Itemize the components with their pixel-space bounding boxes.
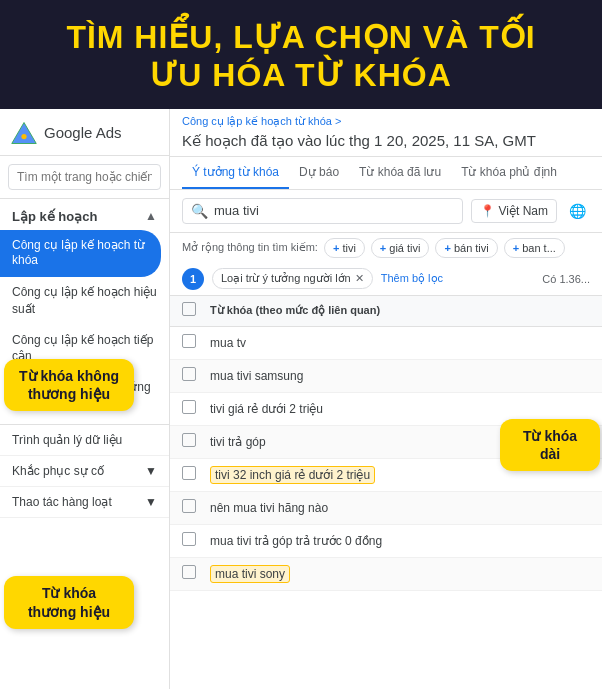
main-content: Google Ads Lập kế hoạch ▲ Công cụ lập kế…	[0, 109, 602, 689]
keyword-cell-2: tivi giá rẻ dưới 2 triệu	[210, 402, 590, 416]
row-checkbox-0[interactable]	[182, 334, 210, 352]
logo-text: Google Ads	[44, 124, 122, 141]
sidebar-section-label: Lập kế hoạch	[12, 209, 97, 224]
table-header: Từ khóa (theo mức độ liên quan)	[170, 296, 602, 327]
keyword-cell-0: mua tv	[210, 336, 590, 350]
header-line2: ƯU HÓA TỪ KHÓA	[20, 56, 582, 94]
header-banner: TÌM HIỂU, LỰA CHỌN VÀ TỐI ƯU HÓA TỪ KHÓA	[0, 0, 602, 109]
magnifier-icon: 🔍	[191, 203, 208, 219]
tab-y-tuong-tu-khoa[interactable]: Ý tưởng từ khóa	[182, 157, 289, 189]
sidebar-section-header[interactable]: Lập kế hoạch ▲	[0, 199, 169, 230]
filter-count: Có 1.36...	[542, 273, 590, 285]
row-checkbox-3[interactable]	[182, 433, 210, 451]
expand-label: Mở rộng thông tin tìm kiếm:	[182, 241, 318, 254]
row-checkbox-2[interactable]	[182, 400, 210, 418]
table-row: mua tivi sony	[170, 558, 602, 591]
header-checkbox[interactable]	[182, 302, 210, 320]
chip-ban-t[interactable]: + ban t...	[504, 238, 565, 258]
row-checkbox-6[interactable]	[182, 532, 210, 550]
row-checkbox-4[interactable]	[182, 466, 210, 484]
filter-badge[interactable]: 1	[182, 268, 204, 290]
keyword-cell-5: nên mua tivi hãng nào	[210, 501, 590, 515]
chevron-down-icon-2: ▼	[145, 495, 157, 509]
table-row: mua tv	[170, 327, 602, 360]
table-row: mua tivi samsung	[170, 360, 602, 393]
sidebar-bottom-section: Trình quản lý dữ liệu Khắc phục sự cố ▼ …	[0, 424, 169, 518]
keyword-cell-1: mua tivi samsung	[210, 369, 590, 383]
chevron-down-icon: ▼	[145, 464, 157, 478]
keyword-search-row: 🔍 📍 Việt Nam 🌐	[170, 190, 602, 233]
chip-ban-tivi[interactable]: + bán tivi	[435, 238, 497, 258]
row-checkbox-7[interactable]	[182, 565, 210, 583]
annotation-bubble-no-brand: Từ khóa không thương hiệu	[4, 359, 134, 411]
keyword-search-box[interactable]: 🔍	[182, 198, 463, 224]
breadcrumb[interactable]: Công cụ lập kế hoạch từ khóa >	[170, 109, 602, 130]
right-content: Công cụ lập kế hoạch từ khóa > Kế hoạch …	[170, 109, 602, 689]
table-row: nên mua tivi hãng nào	[170, 492, 602, 525]
svg-point-2	[21, 134, 26, 139]
filter-chip-nguoilon[interactable]: Loại trừ ý tưởng người lớn ✕	[212, 268, 373, 289]
keyword-cell-7: mua tivi sony	[210, 565, 590, 583]
chevron-up-icon: ▲	[145, 209, 157, 223]
annotation-bubble-long-keyword: Từ khóa dài	[500, 419, 600, 471]
page-title: Kế hoạch đã tạo vào lúc thg 1 20, 2025, …	[170, 130, 602, 157]
tab-tu-khoa-phu-dinh[interactable]: Từ khóa phủ định	[451, 157, 567, 189]
sidebar-search-input[interactable]	[8, 164, 161, 190]
location-icon: 📍	[480, 204, 495, 218]
filter-chip-close-icon[interactable]: ✕	[355, 272, 364, 285]
tab-du-bao[interactable]: Dự báo	[289, 157, 349, 189]
sidebar-item-kehoach-tukhoa[interactable]: Công cụ lập kế hoạch từ khóa	[0, 230, 161, 277]
header-line1: TÌM HIỂU, LỰA CHỌN VÀ TỐI	[20, 18, 582, 56]
keyword-search-input[interactable]	[214, 203, 382, 218]
svg-marker-0	[12, 122, 37, 143]
chip-gia-tivi[interactable]: + giá tivi	[371, 238, 430, 258]
sidebar-item-thaotac[interactable]: Thao tác hàng loạt ▼	[0, 487, 169, 518]
google-ads-icon	[10, 119, 38, 147]
row-checkbox-1[interactable]	[182, 367, 210, 385]
translate-icon[interactable]: 🌐	[565, 199, 590, 223]
row-checkbox-5[interactable]	[182, 499, 210, 517]
location-label: Việt Nam	[499, 204, 548, 218]
sidebar-item-kehoach-hieuqua[interactable]: Công cụ lập kế hoạch hiệu suất	[0, 277, 169, 325]
sidebar-item-trinhquanly[interactable]: Trình quản lý dữ liệu	[0, 425, 169, 456]
sidebar-search-bar[interactable]	[0, 156, 169, 199]
google-ads-logo: Google Ads	[0, 109, 169, 156]
annotation-bubble-brand: Từ khóa thương hiệu	[4, 576, 134, 628]
tab-tu-khoa-da-luu[interactable]: Từ khóa đã lưu	[349, 157, 451, 189]
sidebar-item-khacphuc[interactable]: Khắc phục sự cố ▼	[0, 456, 169, 487]
tabs-row: Ý tưởng từ khóa Dự báo Từ khóa đã lưu Từ…	[170, 157, 602, 190]
chip-tivi[interactable]: + tivi	[324, 238, 365, 258]
column-keyword-header: Từ khóa (theo mức độ liên quan)	[210, 304, 590, 317]
filter-row: 1 Loại trừ ý tưởng người lớn ✕ Thêm bộ l…	[170, 263, 602, 296]
expand-row: Mở rộng thông tin tìm kiếm: + tivi + giá…	[170, 233, 602, 263]
location-chip[interactable]: 📍 Việt Nam	[471, 199, 557, 223]
table-row: mua tivi trả góp trả trước 0 đồng	[170, 525, 602, 558]
add-filter-button[interactable]: Thêm bộ lọc	[381, 272, 443, 285]
keyword-cell-6: mua tivi trả góp trả trước 0 đồng	[210, 534, 590, 548]
